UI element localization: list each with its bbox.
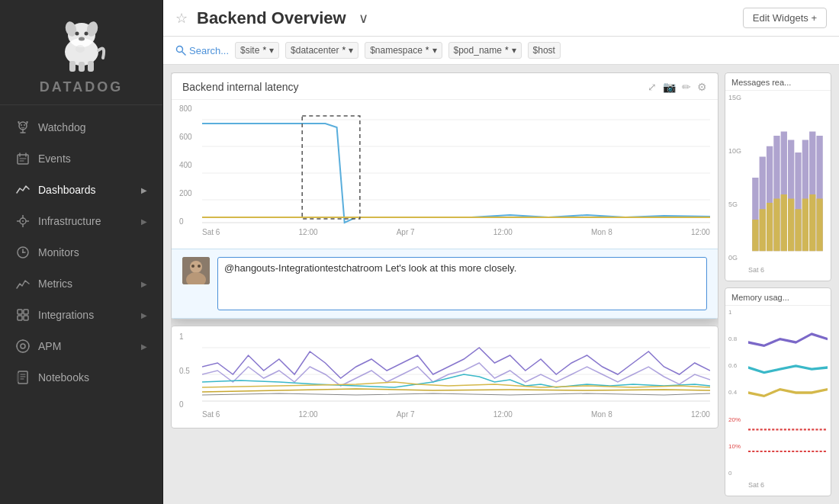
memory-y-axis: 1 0.8 0.6 0.4 20% 10% 0 [728, 309, 741, 477]
svg-point-39 [177, 47, 183, 53]
svg-rect-30 [24, 310, 28, 314]
svg-rect-66 [760, 209, 766, 251]
svg-rect-65 [752, 220, 758, 251]
svg-rect-68 [773, 199, 780, 252]
sidebar-item-events[interactable]: Events [3, 143, 159, 174]
svg-point-50 [191, 265, 194, 268]
sidebar-item-notebooks[interactable]: Notebooks [3, 362, 159, 393]
svg-rect-71 [795, 209, 801, 251]
topbar: ☆ Backend Overview ∨ Edit Widgets + [163, 0, 839, 37]
apm-chevron-icon: ▶ [141, 342, 147, 351]
sidebar-item-metrics[interactable]: Metrics ▶ [3, 268, 159, 299]
memory-widget-title: Memory usag... [725, 288, 831, 306]
latency-chart-svg-wrapper [202, 104, 710, 226]
dashboards-icon [15, 182, 31, 197]
svg-rect-46 [302, 116, 360, 219]
sidebar-integrations-label: Integrations [38, 309, 94, 321]
edit-icon[interactable]: ✏ [682, 81, 691, 93]
watchdog-icon [15, 120, 31, 135]
svg-point-51 [198, 265, 201, 268]
filter-datacenter-key: $datacenter [291, 45, 339, 56]
svg-point-6 [79, 37, 85, 41]
logo-area: DATADOG [0, 0, 162, 105]
sidebar-item-dashboards[interactable]: Dashboards ▶ [3, 175, 159, 205]
latency-chart-svg [202, 104, 710, 226]
svg-rect-31 [18, 316, 22, 320]
memory-chart-area: 1 0.8 0.6 0.4 20% 10% 0 [725, 306, 831, 490]
title-dropdown-icon[interactable]: ∨ [358, 10, 368, 27]
filter-site-key: $site [240, 45, 259, 56]
sidebar-events-label: Events [38, 152, 71, 165]
search-label: Search... [189, 45, 229, 56]
svg-rect-74 [816, 199, 822, 252]
infrastructure-icon [15, 213, 31, 229]
messages-widget-title: Messages rea... [725, 73, 831, 91]
svg-point-12 [21, 124, 22, 126]
favorite-star-icon[interactable]: ☆ [175, 10, 188, 27]
svg-rect-67 [767, 203, 773, 251]
sidebar-watchdog-label: Watchdog [38, 121, 86, 133]
svg-point-13 [24, 124, 25, 126]
sidebar-metrics-label: Metrics [38, 278, 72, 290]
card-actions: ⤢ 📷 ✏ ⚙ [648, 81, 707, 93]
widget-main-column: Backend internal latency ⤢ 📷 ✏ ⚙ 800 600… [171, 72, 718, 496]
filter-namespace[interactable]: $namespace * ▾ [365, 42, 442, 59]
svg-rect-8 [79, 62, 85, 72]
filter-site[interactable]: $site * ▾ [235, 42, 279, 59]
filter-namespace-key: $namespace [370, 45, 423, 56]
main-content: ☆ Backend Overview ∨ Edit Widgets + Sear… [163, 0, 839, 504]
datadog-logo-icon [51, 14, 112, 75]
avatar-image [182, 257, 210, 284]
filter-datacenter-chevron: ▾ [349, 45, 353, 56]
apm-icon [15, 339, 31, 354]
svg-point-33 [21, 344, 25, 348]
filter-pod-name[interactable]: $pod_name * ▾ [448, 42, 522, 59]
card-header: Backend internal latency ⤢ 📷 ✏ ⚙ [172, 73, 718, 100]
search-box[interactable]: Search... [175, 45, 229, 56]
svg-rect-70 [788, 199, 794, 252]
comment-input[interactable]: @hangouts-Integrationtestchatroom Let's … [217, 257, 707, 310]
filter-namespace-chevron: ▾ [432, 45, 437, 56]
latency-card: Backend internal latency ⤢ 📷 ✏ ⚙ 800 600… [171, 72, 718, 319]
sidebar-item-monitors[interactable]: Monitors [3, 237, 159, 268]
right-panel: Messages rea... 15G 10G 5G 0G [725, 72, 831, 496]
filter-host[interactable]: $host [528, 42, 561, 59]
brand-name: DATADOG [40, 79, 123, 95]
messages-chart-svg [748, 94, 828, 262]
messages-chart-area: 15G 10G 5G 0G [725, 91, 831, 275]
expand-icon[interactable]: ⤢ [648, 81, 657, 93]
svg-rect-9 [88, 61, 94, 72]
dashboards-chevron-icon: ▶ [141, 186, 147, 194]
settings-icon[interactable]: ⚙ [697, 81, 707, 93]
camera-icon[interactable]: 📷 [663, 81, 676, 93]
lower-x-axis: Sat 6 12:00 Apr 7 12:00 Mon 8 12:00 [202, 410, 710, 419]
svg-rect-69 [781, 194, 787, 251]
svg-rect-73 [809, 194, 815, 251]
latency-x-axis: Sat 6 12:00 Apr 7 12:00 Mon 8 12:00 [202, 228, 710, 236]
messages-y-axis: 15G 10G 5G 0G [728, 94, 741, 262]
comment-box: @hangouts-Integrationtestchatroom Let's … [172, 249, 718, 319]
filterbar: Search... $site * ▾ $datacenter * ▾ $nam… [163, 37, 839, 65]
sidebar-apm-label: APM [38, 340, 61, 352]
svg-point-20 [22, 220, 24, 222]
filter-datacenter[interactable]: $datacenter * ▾ [285, 42, 358, 59]
sidebar-item-integrations[interactable]: Integrations ▶ [3, 300, 159, 330]
metrics-icon [15, 276, 31, 291]
svg-rect-38 [17, 373, 19, 382]
lower-chart: 1 0.5 0 [171, 326, 718, 429]
edit-widgets-button[interactable]: Edit Widgets + [743, 8, 827, 28]
avatar [182, 257, 210, 284]
sidebar-dashboards-label: Dashboards [38, 184, 96, 196]
memory-chart-svg [748, 309, 828, 477]
events-icon [15, 151, 31, 166]
metrics-chevron-icon: ▶ [141, 280, 147, 288]
sidebar-item-apm[interactable]: APM ▶ [3, 331, 159, 361]
filter-site-chevron: ▾ [269, 45, 274, 56]
memory-x-label: Sat 6 [748, 481, 764, 489]
sidebar-item-watchdog[interactable]: Watchdog [3, 112, 159, 143]
infrastructure-chevron-icon: ▶ [141, 217, 147, 226]
filter-pod-name-chevron: ▾ [512, 45, 516, 56]
sidebar-nav: Watchdog Events Dashboards ▶ [0, 105, 162, 393]
integrations-chevron-icon: ▶ [141, 311, 147, 319]
sidebar-item-infrastructure[interactable]: Infrastructure ▶ [3, 206, 159, 236]
